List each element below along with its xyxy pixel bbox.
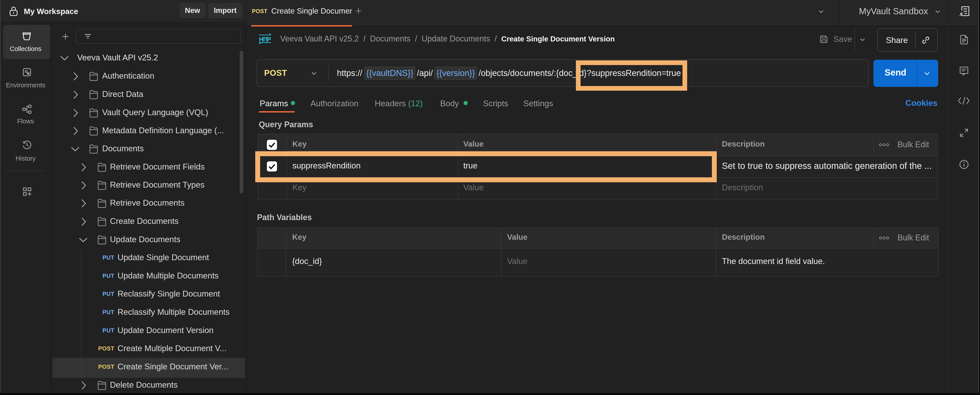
svg-text:x: x bbox=[959, 10, 963, 17]
svg-text:HTTP: HTTP bbox=[259, 36, 271, 43]
